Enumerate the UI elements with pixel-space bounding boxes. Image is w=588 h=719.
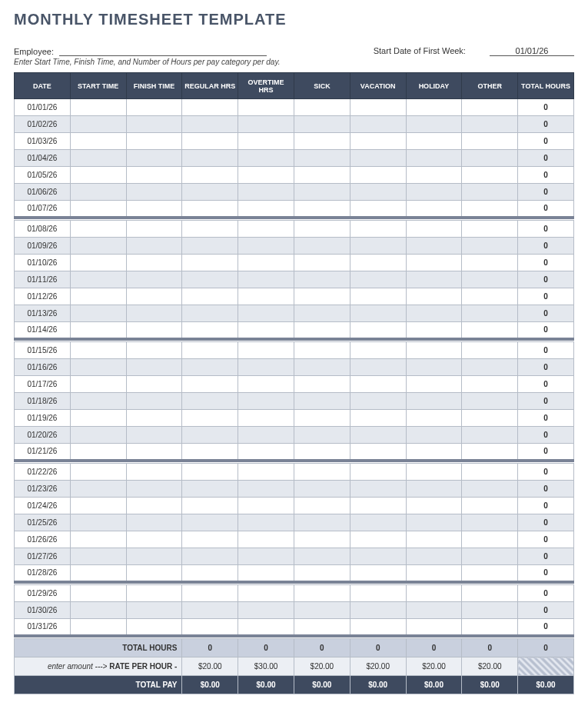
hours-cell[interactable] [126,565,182,582]
hours-cell[interactable] [126,585,182,602]
hours-cell[interactable] [406,565,462,582]
hours-cell[interactable] [238,150,294,167]
hours-cell[interactable] [462,531,518,548]
hours-cell[interactable] [462,305,518,322]
hours-cell[interactable] [406,498,462,514]
hours-cell[interactable] [350,514,406,531]
hours-cell[interactable] [70,359,126,376]
hours-cell[interactable] [126,271,182,288]
hours-cell[interactable] [238,99,294,116]
hours-cell[interactable] [126,342,182,359]
hours-cell[interactable] [70,116,126,133]
hours-cell[interactable] [70,288,126,305]
hours-cell[interactable] [406,271,462,288]
hours-cell[interactable] [126,602,182,619]
employee-field[interactable] [59,45,267,56]
hours-cell[interactable] [350,376,406,393]
hours-cell[interactable] [462,150,518,167]
hours-cell[interactable] [462,585,518,602]
hours-cell[interactable] [406,305,462,322]
hours-cell[interactable] [406,150,462,167]
hours-cell[interactable] [294,514,350,531]
rate-cell[interactable]: $20.00 [294,657,350,676]
hours-cell[interactable] [294,376,350,393]
hours-cell[interactable] [70,133,126,150]
hours-cell[interactable] [350,288,406,305]
hours-cell[interactable] [182,410,238,427]
hours-cell[interactable] [70,481,126,498]
hours-cell[interactable] [462,99,518,116]
hours-cell[interactable] [350,548,406,565]
hours-cell[interactable] [70,498,126,514]
hours-cell[interactable] [238,464,294,481]
hours-cell[interactable] [406,427,462,444]
hours-cell[interactable] [350,99,406,116]
hours-cell[interactable] [70,565,126,582]
hours-cell[interactable] [406,288,462,305]
hours-cell[interactable] [238,322,294,339]
hours-cell[interactable] [406,393,462,410]
hours-cell[interactable] [406,444,462,461]
hours-cell[interactable] [182,514,238,531]
hours-cell[interactable] [238,498,294,514]
hours-cell[interactable] [126,481,182,498]
hours-cell[interactable] [294,221,350,238]
hours-cell[interactable] [238,201,294,218]
hours-cell[interactable] [462,464,518,481]
hours-cell[interactable] [238,255,294,271]
hours-cell[interactable] [238,116,294,133]
hours-cell[interactable] [294,99,350,116]
hours-cell[interactable] [70,410,126,427]
hours-cell[interactable] [70,602,126,619]
hours-cell[interactable] [350,322,406,339]
hours-cell[interactable] [238,184,294,201]
hours-cell[interactable] [406,238,462,255]
hours-cell[interactable] [126,619,182,636]
hours-cell[interactable] [126,498,182,514]
hours-cell[interactable] [70,444,126,461]
hours-cell[interactable] [350,427,406,444]
hours-cell[interactable] [126,99,182,116]
hours-cell[interactable] [350,133,406,150]
hours-cell[interactable] [462,619,518,636]
hours-cell[interactable] [294,585,350,602]
hours-cell[interactable] [294,565,350,582]
rate-cell[interactable]: $30.00 [238,657,294,676]
hours-cell[interactable] [406,116,462,133]
hours-cell[interactable] [70,427,126,444]
hours-cell[interactable] [238,585,294,602]
hours-cell[interactable] [350,221,406,238]
hours-cell[interactable] [126,444,182,461]
hours-cell[interactable] [70,271,126,288]
hours-cell[interactable] [238,393,294,410]
hours-cell[interactable] [70,619,126,636]
hours-cell[interactable] [238,288,294,305]
hours-cell[interactable] [462,376,518,393]
hours-cell[interactable] [406,410,462,427]
hours-cell[interactable] [294,464,350,481]
hours-cell[interactable] [406,376,462,393]
hours-cell[interactable] [70,150,126,167]
hours-cell[interactable] [238,359,294,376]
hours-cell[interactable] [406,514,462,531]
hours-cell[interactable] [70,548,126,565]
hours-cell[interactable] [182,238,238,255]
hours-cell[interactable] [182,322,238,339]
hours-cell[interactable] [70,393,126,410]
hours-cell[interactable] [182,305,238,322]
hours-cell[interactable] [350,602,406,619]
hours-cell[interactable] [350,410,406,427]
hours-cell[interactable] [126,255,182,271]
hours-cell[interactable] [238,531,294,548]
hours-cell[interactable] [294,288,350,305]
hours-cell[interactable] [406,464,462,481]
hours-cell[interactable] [182,565,238,582]
hours-cell[interactable] [126,150,182,167]
hours-cell[interactable] [462,548,518,565]
hours-cell[interactable] [406,602,462,619]
hours-cell[interactable] [294,184,350,201]
hours-cell[interactable] [70,322,126,339]
hours-cell[interactable] [350,271,406,288]
hours-cell[interactable] [126,464,182,481]
hours-cell[interactable] [294,602,350,619]
